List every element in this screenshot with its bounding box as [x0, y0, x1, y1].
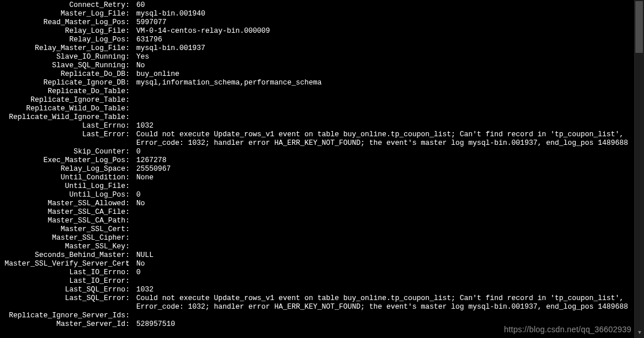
status-label: Master_SSL_Cipher: [5, 234, 125, 243]
status-row: Relay_Log_Space: 25550967: [5, 165, 632, 174]
status-row: Replicate_Wild_Ignore_Table:: [5, 113, 632, 122]
colon-separator: :: [125, 268, 136, 277]
colon-separator: :: [125, 234, 136, 243]
colon-separator: :: [125, 36, 136, 44]
status-label: Relay_Log_File: [5, 27, 125, 36]
scrollbar-vertical[interactable]: ▲ ▼: [634, 0, 644, 338]
scroll-down-arrow-icon[interactable]: ▼: [635, 328, 644, 338]
colon-separator: :: [125, 53, 136, 62]
colon-separator: :: [125, 199, 136, 208]
status-label: Relay_Log_Pos: [5, 36, 125, 44]
status-row: Last_Errno: 1032: [5, 122, 632, 130]
status-value: [136, 217, 632, 225]
status-value: [136, 234, 632, 243]
status-row: Replicate_Do_DB: buy_online: [5, 70, 632, 79]
colon-separator: :: [125, 182, 136, 191]
status-label: Master_SSL_Key: [5, 243, 125, 251]
status-label: Replicate_Wild_Do_Table: [5, 105, 125, 113]
status-value: None: [136, 174, 632, 182]
status-label: Replicate_Do_Table: [5, 87, 125, 96]
status-label: Slave_SQL_Running: [5, 62, 125, 70]
status-row: Seconds_Behind_Master: NULL: [5, 251, 632, 260]
status-label: Last_IO_Error: [5, 277, 125, 286]
status-label: Exec_Master_Log_Pos: [5, 156, 125, 165]
status-row: Exec_Master_Log_Pos: 1267278: [5, 156, 632, 165]
status-value: No: [136, 62, 632, 70]
colon-separator: :: [125, 10, 136, 18]
status-label: Last_Error: [5, 130, 125, 148]
status-row: Replicate_Wild_Do_Table:: [5, 105, 632, 113]
colon-separator: :: [125, 27, 136, 36]
colon-separator: :: [125, 44, 136, 53]
status-label: Read_Master_Log_Pos: [5, 18, 125, 27]
status-label: Last_IO_Errno: [5, 268, 125, 277]
status-label: Master_SSL_Cert: [5, 225, 125, 234]
status-label: Replicate_Ignore_Server_Ids: [5, 312, 125, 320]
colon-separator: :: [125, 286, 136, 294]
status-row: Last_SQL_Errno: 1032: [5, 286, 632, 294]
status-row: Replicate_Do_Table:: [5, 87, 632, 96]
status-row: Replicate_Ignore_DB: mysql,information_s…: [5, 79, 632, 87]
status-label: Skip_Counter: [5, 148, 125, 156]
status-value: [136, 208, 632, 217]
status-value: 1267278: [136, 156, 632, 165]
colon-separator: :: [125, 1, 136, 10]
colon-separator: :: [125, 96, 136, 105]
status-row: Master_SSL_Key:: [5, 243, 632, 251]
status-label: Until_Condition: [5, 174, 125, 182]
colon-separator: :: [125, 208, 136, 217]
status-value: NULL: [136, 251, 632, 260]
status-label: Master_SSL_Allowed: [5, 199, 125, 208]
status-label: Last_SQL_Error: [5, 294, 125, 312]
status-value: Yes: [136, 53, 632, 62]
status-label: Last_SQL_Errno: [5, 286, 125, 294]
status-label: Relay_Master_Log_File: [5, 44, 125, 53]
status-row: Relay_Log_Pos: 631796: [5, 36, 632, 44]
status-row: Relay_Log_File: VM-0-14-centos-relay-bin…: [5, 27, 632, 36]
status-row: Master_SSL_Cert:: [5, 225, 632, 234]
status-value: buy_online: [136, 70, 632, 79]
status-value: 1032: [136, 122, 632, 130]
status-value: 5997077: [136, 18, 632, 27]
colon-separator: :: [125, 122, 136, 130]
watermark-text: https://blog.csdn.net/qq_36602939: [504, 325, 631, 335]
status-row: Replicate_Ignore_Table:: [5, 96, 632, 105]
status-value: 631796: [136, 36, 632, 44]
colon-separator: :: [125, 18, 136, 27]
status-value: Could not execute Update_rows_v1 event o…: [136, 294, 632, 312]
status-row: Master_SSL_Allowed: No: [5, 199, 632, 208]
colon-separator: :: [125, 113, 136, 122]
status-label: Master_Server_Id: [5, 320, 125, 329]
status-value: No: [136, 260, 632, 268]
status-label: Replicate_Wild_Ignore_Table: [5, 113, 125, 122]
status-row: Last_Error: Could not execute Update_row…: [5, 130, 632, 148]
status-value: 0: [136, 268, 632, 277]
status-value: [136, 312, 632, 320]
status-row: Until_Log_Pos: 0: [5, 191, 632, 199]
status-value: [136, 96, 632, 105]
status-label: Replicate_Ignore_Table: [5, 96, 125, 105]
status-value: Could not execute Update_rows_v1 event o…: [136, 130, 632, 148]
status-row: Master_Log_File: mysql-bin.001940: [5, 10, 632, 18]
status-value: [136, 87, 632, 96]
colon-separator: :: [125, 79, 136, 87]
status-row: Read_Master_Log_Pos: 5997077: [5, 18, 632, 27]
colon-separator: :: [125, 294, 136, 312]
status-label: Master_SSL_CA_Path: [5, 217, 125, 225]
status-label: Master_Log_File: [5, 10, 125, 18]
status-value: 0: [136, 148, 632, 156]
status-value: [136, 277, 632, 286]
status-row: Replicate_Ignore_Server_Ids:: [5, 312, 632, 320]
status-value: [136, 225, 632, 234]
status-label: Replicate_Do_DB: [5, 70, 125, 79]
scrollbar-thumb[interactable]: [635, 1, 643, 53]
status-label: Slave_IO_Running: [5, 53, 125, 62]
colon-separator: :: [125, 105, 136, 113]
colon-separator: :: [125, 277, 136, 286]
status-row: Last_SQL_Error: Could not execute Update…: [5, 294, 632, 312]
status-value: VM-0-14-centos-relay-bin.000009: [136, 27, 632, 36]
colon-separator: :: [125, 174, 136, 182]
status-value: [136, 243, 632, 251]
status-value: [136, 113, 632, 122]
colon-separator: :: [125, 62, 136, 70]
